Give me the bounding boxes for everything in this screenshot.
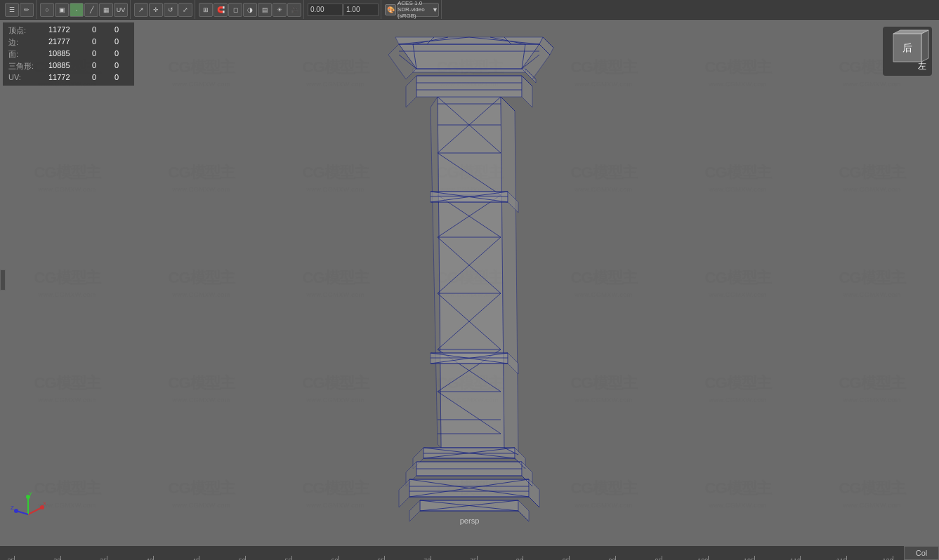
colorspace-selector[interactable]: ACES 1.0 SDR-video (sRGB) ▼ bbox=[397, 3, 439, 17]
tris-v2: 0 bbox=[92, 61, 106, 72]
main-toolbar: ☰ ✏ ○ ▣ · ╱ ▦ UV ↗ ✛ ↺ ⤢ ⊞ 🧲 ◻ ◑ ▤ ☀ 🎥 🎨… bbox=[0, 0, 939, 20]
move-tool-btn[interactable]: ✛ bbox=[149, 3, 163, 17]
3d-viewport[interactable]: // Generate watermark cells const wmCont… bbox=[0, 20, 939, 546]
svg-marker-27 bbox=[406, 76, 416, 107]
svg-marker-28 bbox=[413, 69, 525, 72]
colorspace-group: 🎨 ACES 1.0 SDR-video (sRGB) ▼ bbox=[383, 0, 442, 19]
file-menu-btn[interactable]: ☰ bbox=[5, 3, 19, 17]
grid-btn[interactable]: ⊞ bbox=[199, 3, 213, 17]
ruler-number: 25 bbox=[7, 557, 14, 560]
transform-scale-input[interactable] bbox=[343, 4, 379, 16]
faces-value: 10885 bbox=[48, 49, 84, 60]
world-axis-indicator: X Y Z bbox=[11, 490, 46, 525]
select-tool-btn[interactable]: ↗ bbox=[134, 3, 148, 17]
svg-marker-90 bbox=[409, 500, 420, 521]
uv-value: 11772 bbox=[48, 73, 84, 81]
ruler-number: 70 bbox=[423, 557, 431, 560]
uv-row: UV: 11772 0 0 bbox=[8, 73, 129, 81]
light-btn[interactable]: ☀ bbox=[272, 3, 287, 17]
edge-mode-btn[interactable]: ╱ bbox=[84, 3, 98, 17]
ruler-number: 85 bbox=[563, 557, 570, 560]
ruler-number: 80 bbox=[516, 557, 523, 560]
ruler-mark: 75 bbox=[477, 556, 478, 560]
svg-marker-25 bbox=[416, 76, 522, 97]
ruler-number: 55 bbox=[285, 557, 292, 560]
ruler-number: 105 bbox=[744, 557, 754, 560]
svg-line-111 bbox=[28, 507, 42, 514]
ruler-mark: 85 bbox=[569, 556, 570, 560]
svg-text:X: X bbox=[43, 500, 46, 507]
vertices-v2: 0 bbox=[92, 25, 106, 36]
ruler-number: 60 bbox=[331, 557, 338, 560]
vertex-mode-btn[interactable]: · bbox=[70, 3, 84, 17]
svg-marker-0 bbox=[438, 97, 504, 448]
edges-value: 21777 bbox=[48, 37, 84, 48]
vertices-value: 11772 bbox=[48, 25, 84, 36]
ruler-mark: 105 bbox=[754, 556, 755, 560]
component-mode-btn[interactable]: ▣ bbox=[55, 3, 69, 17]
ruler-mark: 45 bbox=[199, 556, 199, 560]
ruler-mark: 95 bbox=[662, 556, 662, 560]
uv-mode-btn[interactable]: UV bbox=[114, 3, 128, 17]
edit-menu-btn[interactable]: ✏ bbox=[20, 3, 34, 17]
persp-text: persp bbox=[460, 516, 480, 525]
timeline-ruler: 2530354045505560657075808590951001051101… bbox=[0, 546, 939, 560]
svg-marker-26 bbox=[522, 76, 532, 107]
ruler-mark: 120 bbox=[893, 556, 893, 560]
vertices-row: 顶点: 11772 0 0 bbox=[8, 25, 129, 36]
colorspace-label: ACES 1.0 SDR-video (sRGB) bbox=[398, 0, 431, 19]
col-label: Col bbox=[916, 549, 928, 557]
colorspace-dropdown-icon[interactable]: ▼ bbox=[432, 6, 438, 13]
left-panel-toggle[interactable] bbox=[0, 269, 6, 291]
3d-model-area: .wire { stroke: #1a2580; stroke-width: 0… bbox=[0, 20, 939, 546]
ruler-mark: 110 bbox=[800, 556, 801, 560]
render-btn[interactable]: 🎥 bbox=[287, 3, 301, 17]
shading-btn[interactable]: ◑ bbox=[243, 3, 257, 17]
tris-v3: 0 bbox=[114, 61, 129, 72]
svg-text:后: 后 bbox=[902, 42, 912, 53]
ruler-mark: 65 bbox=[384, 556, 385, 560]
rotate-tool-btn[interactable]: ↺ bbox=[164, 3, 178, 17]
edges-label: 边: bbox=[8, 37, 40, 48]
texture-btn[interactable]: ▤ bbox=[258, 3, 272, 17]
ruler-number: 65 bbox=[377, 557, 384, 560]
ruler-number: 45 bbox=[192, 557, 199, 560]
faces-v2: 0 bbox=[92, 49, 106, 60]
axis-svg: X Y Z bbox=[11, 490, 46, 525]
face-mode-btn[interactable]: ▦ bbox=[99, 3, 113, 17]
object-mode-btn[interactable]: ○ bbox=[40, 3, 54, 17]
col-button[interactable]: Col bbox=[904, 546, 939, 560]
mode-group: ○ ▣ · ╱ ▦ UV bbox=[38, 0, 131, 19]
ruler-mark: 40 bbox=[153, 556, 154, 560]
uv-v3: 0 bbox=[114, 73, 129, 81]
tris-label: 三角形: bbox=[8, 61, 40, 72]
scale-tool-btn[interactable]: ⤢ bbox=[178, 3, 192, 17]
ruler-mark: 50 bbox=[245, 556, 246, 560]
ruler-number: 50 bbox=[239, 557, 246, 560]
ruler-number: 120 bbox=[883, 557, 893, 560]
vertices-label: 顶点: bbox=[8, 25, 40, 36]
snap-btn[interactable]: 🧲 bbox=[214, 3, 228, 17]
wireframe-btn[interactable]: ◻ bbox=[228, 3, 242, 17]
ruler-number: 30 bbox=[53, 557, 60, 560]
ruler-mark: 35 bbox=[107, 556, 107, 560]
camera-orientation-cube[interactable]: 后 左 bbox=[883, 27, 932, 76]
ruler-number: 40 bbox=[146, 557, 153, 560]
faces-row: 面: 10885 0 0 bbox=[8, 49, 129, 60]
ruler-mark: 90 bbox=[615, 556, 616, 560]
edges-v2: 0 bbox=[92, 37, 106, 48]
edges-v3: 0 bbox=[114, 37, 129, 48]
transform-x-input[interactable] bbox=[308, 4, 343, 16]
ruler-mark: 30 bbox=[60, 556, 61, 560]
ruler-number: 100 bbox=[697, 557, 708, 560]
colorspace-icon-btn[interactable]: 🎨 bbox=[385, 4, 396, 15]
svg-marker-108 bbox=[921, 30, 928, 62]
menu-group: ☰ ✏ bbox=[3, 0, 37, 19]
ruler-mark: 55 bbox=[291, 556, 292, 560]
vertices-v3: 0 bbox=[114, 25, 129, 36]
transform-group: ↗ ✛ ↺ ⤢ bbox=[132, 0, 195, 19]
tris-value: 10885 bbox=[48, 61, 84, 72]
ruler-mark: 100 bbox=[708, 556, 709, 560]
uv-v2: 0 bbox=[92, 73, 106, 81]
faces-label: 面: bbox=[8, 49, 40, 60]
